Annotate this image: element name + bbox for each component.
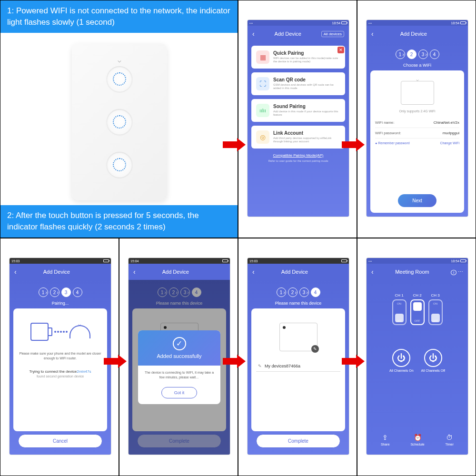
timer-button[interactable]: ⏱Timer [445, 434, 454, 446]
statusbar: ▫▫▫10:54 [367, 258, 468, 264]
page-title: Meeting Room [374, 269, 451, 275]
card-desc: WiFi devices can be added in this mode(m… [273, 57, 340, 63]
phone-choose-wifi: ▫▫▫10:54 ‹ Add Device 1 2 3 4 Choose a W… [366, 20, 468, 217]
instruction-1: 1: Powered WIFI is not connected to the … [0, 0, 238, 33]
channel-label: CH 2 [413, 293, 421, 298]
subtitle: Choose a WiFi [370, 63, 464, 68]
switch-button-1: ⌵ [107, 66, 132, 92]
card-title: Quick Pairing [273, 50, 340, 56]
router-icon: ⌵ [401, 81, 434, 105]
header: ‹ Add Device [367, 26, 468, 42]
close-icon[interactable]: ✕ [337, 47, 344, 53]
step-4: 4 [311, 288, 320, 297]
wifi-name-field[interactable]: WiFi name:ChinaNet-eV2x [375, 118, 459, 128]
page-title: Add Device [374, 31, 454, 37]
refer-text: Refer to user guide for the correct pair… [251, 159, 345, 162]
next-button[interactable]: Next [398, 194, 436, 207]
switch-button-2 [107, 109, 132, 135]
ch1-toggle[interactable]: ONOFF [392, 299, 407, 325]
arrow-icon [104, 355, 127, 368]
change-wifi-link[interactable]: Change WiFi [440, 141, 459, 145]
statusbar: ▫▫▫10:54 [248, 20, 349, 26]
page-title: Add Device [136, 269, 216, 275]
schedule-icon: ⏰ [414, 434, 422, 441]
info-icon[interactable]: i [451, 270, 456, 275]
phone-added-success: 15:04 ‹ Add Device 1 2 3 4 Please name t… [128, 258, 230, 455]
sound-icon: ıılıı [256, 104, 269, 117]
statusbar: 15:04 [129, 258, 230, 264]
found-text: found second generation device [37, 375, 84, 378]
device-name-input[interactable]: ✎My devices87466a [256, 361, 340, 372]
modal-title: Added successfully [145, 353, 214, 359]
edit-icon[interactable]: ✎ [311, 345, 319, 353]
phone-add-device-options: ▫▫▫10:54 ‹ Add Device All devices ✕ ▦ Qu… [247, 20, 349, 217]
card-desc: Add third party devices supported by eWe… [273, 137, 340, 143]
complete-button[interactable]: Complete [256, 434, 340, 448]
cancel-button[interactable]: Cancel [18, 434, 102, 448]
ch3-toggle[interactable]: ONOFF [428, 299, 443, 325]
card-link-account[interactable]: ◎ Link AccountAdd third party devices su… [251, 126, 345, 149]
compatible-pairing-link[interactable]: Compatible Pairing Mode(AP) [251, 153, 345, 158]
more-icon[interactable]: ⋯ [458, 269, 463, 275]
pairing-hint: Please make sure your phone and the mode… [18, 351, 102, 361]
remember-checkbox[interactable]: ● Remember password [375, 141, 410, 145]
arrow-icon [223, 138, 246, 151]
got-it-button[interactable]: Got it [161, 387, 198, 398]
stepper: 1 2 3 4 [370, 50, 464, 59]
arrow-icon [342, 138, 365, 151]
share-icon: ⇪ [382, 434, 388, 441]
phone-name-device: 15:03 ‹ Add Device 1 2 3 4 Please name t… [247, 258, 349, 455]
card-title: Scan QR code [273, 77, 340, 82]
success-modal: ✓ Added successfully The device is conne… [138, 330, 220, 405]
channel-label: CH 3 [431, 293, 439, 298]
step-4: 4 [73, 288, 82, 297]
page-title: Add Device [255, 269, 335, 275]
phone-meeting-room: ▫▫▫10:54 ‹ Meeting Room i ⋯ CH 1ONOFF CH… [366, 258, 468, 455]
pairing-illustration: ⌵ [30, 323, 90, 341]
channels-row: CH 1ONOFF CH 2ONOFF CH 3ONOFF [370, 293, 464, 325]
card-desc: GSM devices and devices with QR code can… [273, 83, 340, 90]
arrow-icon [223, 355, 246, 368]
qr-icon: ⛶ [256, 77, 269, 90]
card-title: Link Account [273, 130, 340, 136]
all-devices-button[interactable]: All devices [321, 31, 344, 37]
stepper: 1 2 3 4 [251, 288, 345, 297]
supports-text: Only supports 2.4G WiFi [399, 109, 435, 113]
share-button[interactable]: ⇪Share [381, 434, 390, 446]
header: ‹ Add Device [10, 264, 111, 280]
card-title: Sound Pairing [273, 104, 340, 109]
subtitle: Please name this device [251, 301, 345, 306]
device-illustration: ✎ [279, 323, 317, 351]
subtitle: Pairing... [13, 301, 107, 306]
check-icon: ✓ [173, 337, 186, 350]
arrow-icon [342, 355, 365, 368]
step-4: 4 [430, 50, 439, 59]
header: ‹ Add Device [129, 264, 230, 280]
card-scan-qr[interactable]: ⛶ Scan QR codeGSM devices and devices wi… [251, 72, 345, 95]
ch2-toggle[interactable]: ONOFF [410, 299, 425, 325]
header: ‹ Meeting Room i ⋯ [367, 264, 468, 280]
all-on-button[interactable]: ⏻All Channels On [389, 349, 414, 372]
switch-button-3 [107, 152, 132, 178]
link-icon: ◎ [256, 130, 269, 144]
channel-label: CH 1 [395, 293, 403, 298]
card-quick-pairing[interactable]: ✕ ▦ Quick PairingWiFi devices can be add… [251, 46, 345, 69]
phone-pairing: 15:03 ‹ Add Device 1 2 3 4 Pairing... ⌵ … [9, 258, 111, 455]
quick-pairing-icon: ▦ [256, 50, 269, 64]
modal-desc: The device is connecting to WIFI, it may… [138, 366, 220, 385]
page-title: Add Device [255, 31, 321, 37]
card-desc: Add device in this mode if your device s… [273, 110, 340, 117]
timer-icon: ⏱ [446, 434, 453, 441]
statusbar: 15:03 [248, 258, 349, 264]
header: ‹ Add Device All devices [248, 26, 349, 42]
all-off-button[interactable]: ⏻All Channels Off [421, 349, 445, 372]
wifi-password-field[interactable]: WiFi password:mudpggui [375, 128, 459, 139]
card-sound-pairing[interactable]: ıılıı Sound PairingAdd device in this mo… [251, 99, 345, 122]
wifi-switch-device: ⌵ [72, 43, 167, 200]
stepper: 1 2 3 4 [13, 288, 107, 297]
wifi-icon: ⌵ [118, 57, 121, 64]
page-title: Add Device [17, 269, 97, 275]
schedule-button[interactable]: ⏰Schedule [410, 434, 424, 446]
instruction-2: 2: After the touch button is pressed for… [0, 205, 238, 238]
connecting-text: Trying to connect the device2min47s [29, 369, 91, 374]
